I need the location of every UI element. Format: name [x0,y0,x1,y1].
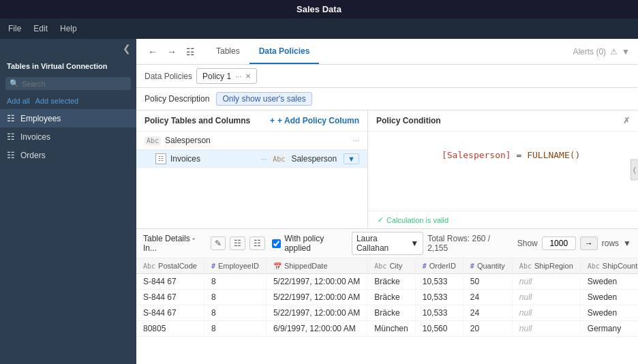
with-policy-label: With policy applied [284,234,348,253]
sidebar-item-label-employees: Employees [20,114,61,123]
policy-tabs-row: Data Policies Policy 1 ··· × [136,65,638,88]
table-details-label: Table Details - In... [143,234,207,253]
policy-1-tab[interactable]: Policy 1 ··· × [196,68,257,84]
col-name-1: Salesperson [165,136,211,145]
condition-func: FULLNAME [527,150,570,160]
search-input[interactable] [22,80,127,88]
sidebar-item-employees[interactable]: ☷ Employees [0,109,136,127]
table-cell: 10,533 [415,290,463,305]
show-rows-input[interactable] [542,237,576,250]
table-cell: S-844 67 [136,290,204,305]
policy-tab-more-icon[interactable]: ··· [235,72,241,80]
policy-desc-label: Policy Description [145,94,209,104]
table-cell: S-844 67 [136,305,204,321]
column-group-header: Abc Salesperson ··· [136,132,367,150]
table-cell: Germany [580,321,638,337]
orders-icon: ☷ [7,150,15,160]
add-all-link[interactable]: Add all [7,97,30,105]
plus-icon: + [270,116,275,125]
policy-editor: Policy Tables and Columns + + Add Policy… [136,110,638,228]
menu-help[interactable]: Help [60,24,77,33]
total-rows-info: Total Rows: 260 / 2,155 [427,234,508,253]
rows-label: rows [602,239,619,248]
table-cell: Bräcke [367,305,415,321]
condition-header: Policy Condition ✗ [368,110,638,132]
column-dropdown-button[interactable]: ▼ [344,153,359,164]
col-header-city: Abc City [367,258,415,274]
user-name: Laura Callahan [356,234,408,253]
col-header-orderid: # OrderID [415,258,463,274]
table-cell: 24 [463,290,512,305]
policy-tables-header: Policy Tables and Columns + + Add Policy… [136,110,367,132]
sidebar-item-label-invoices: Invoices [20,132,50,142]
table-cell: null [512,274,580,290]
metadata-view-button[interactable]: ☷ [249,237,265,250]
condition-field: Salesperson [447,150,506,160]
invoices-more-icon[interactable]: ··· [260,155,267,163]
add-policy-column-button[interactable]: + + Add Policy Column [270,116,359,125]
alert-chevron-button[interactable]: ▼ [622,47,630,57]
menu-edit[interactable]: Edit [33,24,48,33]
policy-desc-tag[interactable]: Only show user's sales [216,92,312,106]
col-name-salesperson: Salesperson [291,154,337,164]
table-cell: 20 [463,321,512,337]
with-policy-checkbox[interactable]: With policy applied [272,234,348,253]
table-details: Table Details - In... ✎ ☷ ☷ With policy … [136,228,638,364]
user-dropdown-icon: ▼ [410,239,419,248]
back-button[interactable]: ← [145,44,161,59]
policy-checkbox-input[interactable] [272,239,281,248]
condition-bracket-open: [ [442,150,447,160]
col-header-quantity: # Quantity [463,258,512,274]
table-cell: 10,533 [415,305,463,321]
table-cell: 10,533 [415,274,463,290]
home-button[interactable]: ☷ [183,44,198,59]
table-cell: 5/22/1997, 12:00:00 AM [266,305,367,321]
grid-view-button[interactable]: ☷ [230,237,245,250]
show-label: Show [517,239,538,248]
table-cell: 8 [204,321,266,337]
forward-button[interactable]: → [164,44,180,59]
data-table: Abc PostalCode # EmployeeID [136,258,638,337]
add-links: Add all Add selected [0,95,136,109]
sidebar-item-invoices[interactable]: ☷ Invoices ✎ [0,127,136,146]
tab-data-policies[interactable]: Data Policies [249,39,320,64]
invoices-icon: ☷ [7,132,15,142]
table-cell: München [367,321,415,337]
rows-dropdown-button[interactable]: ▼ [623,239,631,248]
policy-tab-name: Policy 1 [202,72,231,81]
tab-tables[interactable]: Tables [207,39,249,64]
policy-tab-close-icon[interactable]: × [245,71,251,81]
tab-area: Tables Data Policies [207,39,570,64]
menu-file[interactable]: File [8,24,21,33]
edit-table-button[interactable]: ✎ [211,237,226,250]
table-header-row: Abc PostalCode # EmployeeID [136,258,638,274]
col-more-icon-1[interactable]: ··· [353,136,359,145]
data-policies-tab-label: Data Policies [145,72,192,81]
table-cell: 8 [204,305,266,321]
condition-editor[interactable]: [Salesperson] = FULLNAME() [368,132,638,211]
alerts-label: Alerts (0) [573,47,606,57]
table-cell: 5/22/1997, 12:00:00 AM [266,290,367,305]
content-inner: Data Policies Policy 1 ··· × Policy Desc… [136,65,638,364]
user-select-dropdown[interactable]: Laura Callahan ▼ [352,232,423,255]
collapse-sidebar-button[interactable]: ❮ [123,43,131,54]
table-cell: 5/22/1997, 12:00:00 AM [266,274,367,290]
policy-right-panel: Policy Condition ✗ [Salesperson] = FULLN… [368,110,638,228]
condition-bracket-close: ] [506,150,511,160]
col-type-abc-2: Abc [271,155,287,164]
table-cell: null [512,290,580,305]
sidebar-item-orders[interactable]: ☷ Orders [0,146,136,164]
sidebar-item-label-orders: Orders [20,151,46,160]
table-row: S-844 6785/22/1997, 12:00:00 AMBräcke10,… [136,305,638,321]
apply-rows-button[interactable]: → [580,237,598,250]
main-layout: ❮ Tables in Virtual Connection 🔍 Add all… [0,39,638,364]
alert-bell-button[interactable]: ⚠ [610,47,618,57]
sidebar: ❮ Tables in Virtual Connection 🔍 Add all… [0,39,136,364]
collapse-right-button[interactable]: 〈 [631,159,638,180]
table-cell: 80805 [136,321,204,337]
table-cell: 50 [463,274,512,290]
add-selected-link[interactable]: Add selected [35,97,79,105]
table-row: S-844 6785/22/1997, 12:00:00 AMBräcke10,… [136,274,638,290]
title-bar: Sales Data [0,0,638,18]
condition-equals: = [511,150,527,160]
